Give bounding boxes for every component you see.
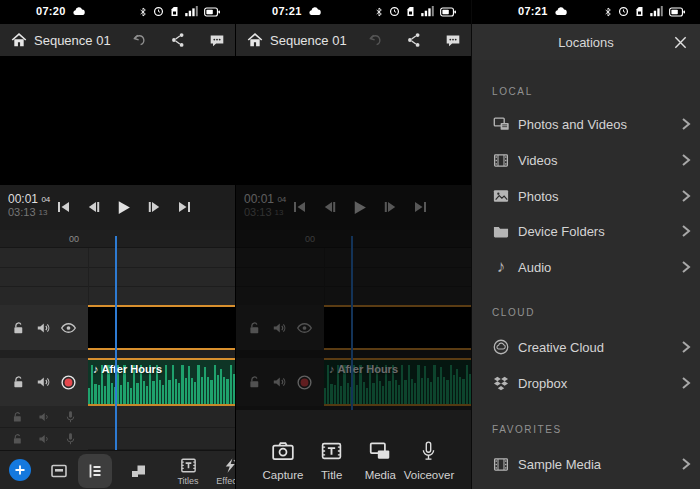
- add-media-bar: Capture Title Media Voiceover: [236, 410, 471, 489]
- total-time: 03:13: [8, 206, 36, 218]
- list-item-audio[interactable]: ♪ Audio: [472, 249, 700, 285]
- home-button[interactable]: [10, 31, 28, 49]
- music-note-icon: ♪: [93, 363, 99, 375]
- alarm-icon: [389, 6, 400, 17]
- close-icon[interactable]: [670, 32, 690, 52]
- waveform-bar: [104, 386, 106, 404]
- waveform-bar: [191, 378, 193, 404]
- disabled-track-row: [88, 406, 236, 428]
- comment-button[interactable]: [443, 30, 463, 50]
- title-button[interactable]: Title: [308, 440, 356, 489]
- lock-icon[interactable]: [11, 432, 24, 446]
- mic-icon[interactable]: [64, 431, 77, 447]
- current-frames: 04: [41, 195, 50, 204]
- waveform-bar: [168, 380, 170, 404]
- list-item-dropbox[interactable]: Dropbox: [472, 365, 700, 401]
- list-item-device-folders[interactable]: Device Folders: [472, 213, 700, 249]
- audio-clip[interactable]: ♪After Hours: [88, 358, 236, 406]
- step-back-button[interactable]: [82, 191, 105, 223]
- skip-to-start-button[interactable]: [52, 191, 75, 223]
- status-icons: [139, 5, 220, 18]
- waveform-bar: [127, 382, 129, 404]
- cloud-icon: [554, 6, 567, 16]
- ruler-tick-label: 00: [69, 234, 79, 244]
- share-button[interactable]: [404, 30, 424, 50]
- waveform-bar: [143, 381, 145, 404]
- app-bar: Sequence 01: [0, 24, 235, 56]
- photos-icon: [491, 188, 511, 204]
- media-button[interactable]: Media: [356, 440, 404, 489]
- skip-to-end-button[interactable]: [172, 191, 195, 223]
- waveform-bar: [230, 365, 232, 404]
- waveform-bar: [207, 377, 209, 404]
- record-icon[interactable]: [60, 374, 77, 391]
- chevron-right-icon: [680, 340, 692, 354]
- undo-button[interactable]: [365, 30, 385, 50]
- app-bar: Sequence 01: [236, 24, 471, 56]
- add-media-button[interactable]: [9, 459, 31, 481]
- section-label-local: LOCAL: [492, 86, 533, 97]
- creative-cloud-icon: [491, 338, 511, 356]
- modal-dim-overlay[interactable]: [236, 56, 472, 410]
- list-item-photos[interactable]: Photos: [472, 178, 700, 214]
- dropbox-icon: [491, 375, 511, 392]
- folder-icon: [491, 224, 511, 239]
- chevron-right-icon: [680, 376, 692, 390]
- share-button[interactable]: [168, 30, 188, 50]
- timeline-ruler[interactable]: 00: [0, 230, 236, 248]
- media-browser-button[interactable]: [39, 451, 79, 489]
- waveform-bar: [165, 365, 167, 404]
- media-label: Media: [365, 469, 396, 481]
- video-clip[interactable]: [88, 305, 236, 350]
- play-button[interactable]: [112, 191, 135, 223]
- speaker-icon[interactable]: [35, 374, 51, 390]
- playhead[interactable]: [115, 236, 117, 450]
- lock-icon[interactable]: [11, 320, 26, 336]
- waveform-bar: [210, 380, 212, 404]
- status-time: 07:21: [518, 5, 548, 17]
- comment-button[interactable]: [207, 30, 227, 50]
- voiceover-button[interactable]: Voiceover: [405, 440, 453, 489]
- speaker-icon[interactable]: [37, 410, 51, 424]
- chevron-right-icon: [680, 153, 692, 167]
- clips-view-button[interactable]: [118, 451, 158, 489]
- total-frames: 13: [39, 208, 48, 217]
- eye-icon[interactable]: [60, 321, 77, 335]
- effects-button[interactable]: Effects: [210, 451, 236, 489]
- list-item-creative-cloud[interactable]: Creative Cloud: [472, 329, 700, 365]
- video-preview[interactable]: [0, 56, 236, 185]
- capture-button[interactable]: Capture: [259, 440, 307, 489]
- lock-icon[interactable]: [11, 374, 26, 390]
- waveform-bar: [181, 365, 183, 404]
- cloud-icon: [308, 6, 321, 16]
- waveform-bar: [120, 385, 122, 404]
- home-button[interactable]: [246, 31, 264, 49]
- chevron-right-icon: [680, 117, 692, 131]
- list-item-photos-and-videos[interactable]: Photos and Videos: [472, 106, 700, 142]
- waveform-bar: [88, 388, 90, 404]
- waveform-bar: [194, 382, 196, 404]
- waveform-bar: [226, 379, 228, 404]
- status-bar: 07:20: [0, 0, 235, 24]
- bluetooth-icon: [139, 6, 147, 18]
- alarm-icon: [153, 6, 164, 17]
- titles-button[interactable]: Titles: [168, 451, 208, 489]
- status-bar: 07:21: [472, 0, 700, 24]
- sim-icon: [635, 6, 644, 17]
- list-item-videos[interactable]: Videos: [472, 142, 700, 178]
- bluetooth-icon: [604, 6, 612, 18]
- speaker-icon[interactable]: [37, 432, 51, 446]
- waveform-bar: [201, 377, 203, 405]
- waveform-bar: [130, 388, 132, 404]
- editor-panel: 07:20 Sequence 01 00:01: [0, 0, 236, 489]
- speaker-icon[interactable]: [35, 320, 51, 336]
- sim-icon: [170, 6, 179, 17]
- sample-media-icon: [491, 456, 511, 473]
- timeline-view-button[interactable]: [78, 454, 112, 488]
- status-time: 07:20: [36, 5, 66, 17]
- list-item-sample-media[interactable]: Sample Media: [472, 446, 700, 482]
- step-forward-button[interactable]: [142, 191, 165, 223]
- lock-icon[interactable]: [11, 410, 24, 424]
- undo-button[interactable]: [129, 30, 149, 50]
- mic-icon[interactable]: [64, 409, 77, 425]
